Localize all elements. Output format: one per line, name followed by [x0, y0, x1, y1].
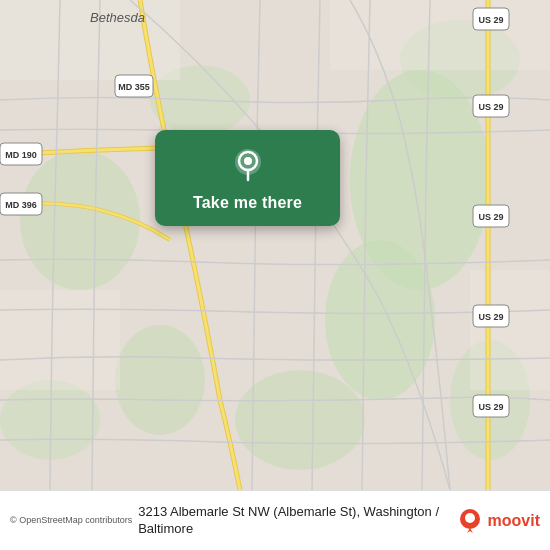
- svg-text:MD 190: MD 190: [5, 150, 37, 160]
- location-card: Take me there: [155, 130, 340, 226]
- svg-text:US 29: US 29: [478, 15, 503, 25]
- svg-rect-11: [330, 0, 550, 70]
- svg-text:US 29: US 29: [478, 212, 503, 222]
- svg-point-4: [115, 325, 205, 435]
- svg-text:MD 355: MD 355: [118, 82, 150, 92]
- take-me-there-button[interactable]: Take me there: [193, 194, 302, 212]
- pin-icon: [230, 148, 266, 184]
- map-container: US 29 US 29 US 29 US 29 US 29 MD 355 MD …: [0, 0, 550, 490]
- address-text: 3213 Albemarle St NW (Albemarle St), Was…: [138, 504, 447, 538]
- moovit-brand-text: moovit: [488, 512, 540, 530]
- svg-point-39: [465, 513, 475, 523]
- svg-point-3: [20, 150, 140, 290]
- svg-point-5: [235, 370, 365, 470]
- svg-text:US 29: US 29: [478, 312, 503, 322]
- bottom-bar: © OpenStreetMap contributors 3213 Albema…: [0, 490, 550, 550]
- svg-text:Bethesda: Bethesda: [90, 10, 145, 25]
- svg-text:US 29: US 29: [478, 402, 503, 412]
- osm-attribution: © OpenStreetMap contributors: [10, 515, 132, 527]
- svg-rect-13: [470, 270, 550, 390]
- svg-text:MD 396: MD 396: [5, 200, 37, 210]
- moovit-logo-icon: [456, 509, 484, 533]
- svg-rect-12: [0, 290, 120, 390]
- svg-point-37: [244, 157, 252, 165]
- svg-text:US 29: US 29: [478, 102, 503, 112]
- moovit-logo: moovit: [456, 509, 540, 533]
